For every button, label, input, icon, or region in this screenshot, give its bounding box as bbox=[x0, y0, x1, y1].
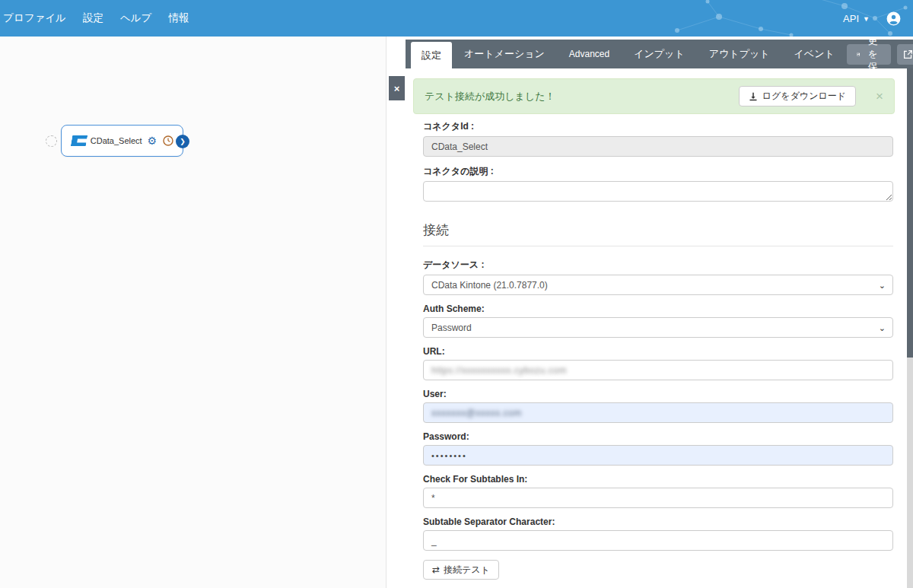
settings-tab-content: テスト接続が成功しました！ ログをダウンロード × コネクタId : CData… bbox=[406, 68, 907, 588]
tabbar-actions: 変更を保存 bbox=[847, 40, 913, 68]
app-window: プロファイル 設定 ヘルプ 情報 API ▼ bbox=[0, 0, 913, 588]
tab-events[interactable]: イベント bbox=[782, 40, 847, 68]
top-nav-bar: プロファイル 設定 ヘルプ 情報 API ▼ bbox=[0, 0, 913, 37]
subtable-separator-value: _ bbox=[431, 536, 437, 546]
password-input[interactable]: •••••••• bbox=[423, 445, 893, 466]
nav-item-help[interactable]: ヘルプ bbox=[112, 0, 160, 37]
field-user: User: xxxxxxx@xxxxx.com bbox=[423, 389, 893, 423]
node-input-anchor[interactable] bbox=[46, 135, 57, 147]
check-subtables-value: * bbox=[431, 493, 435, 504]
workflow-canvas[interactable]: CData_Select ⚙ ❯ bbox=[0, 37, 387, 588]
nav-item-settings[interactable]: 設定 bbox=[75, 0, 112, 37]
header-right: API ▼ bbox=[843, 0, 901, 37]
clock-icon[interactable] bbox=[163, 135, 173, 146]
download-log-label: ログをダウンロード bbox=[762, 90, 846, 103]
connector-description-input[interactable] bbox=[423, 181, 893, 202]
nav-item-info[interactable]: 情報 bbox=[160, 0, 197, 37]
panel-scrollbar[interactable] bbox=[907, 68, 913, 588]
field-check-subtables: Check For Subtables In: * bbox=[423, 474, 893, 508]
api-dropdown-label: API bbox=[843, 13, 859, 24]
connector-id-value: CData_Select bbox=[431, 141, 488, 152]
download-icon bbox=[749, 92, 758, 101]
data-source-value: CData Kintone (21.0.7877.0) bbox=[431, 280, 548, 291]
alert-close-icon[interactable]: × bbox=[876, 90, 883, 103]
connector-id-input: CData_Select bbox=[423, 136, 893, 157]
check-subtables-label: Check For Subtables In: bbox=[423, 474, 893, 485]
tab-output[interactable]: アウトプット bbox=[697, 40, 782, 68]
user-label: User: bbox=[423, 389, 893, 399]
alert-message: テスト接続が成功しました！ bbox=[425, 90, 555, 103]
connector-id-label: コネクタId : bbox=[423, 120, 893, 133]
node-output-button[interactable]: ❯ bbox=[176, 135, 189, 148]
node-label: CData_Select bbox=[87, 136, 147, 145]
close-panel-button[interactable]: × bbox=[389, 76, 405, 100]
password-masked-value: •••••••• bbox=[431, 451, 467, 460]
tab-input[interactable]: インプット bbox=[622, 40, 697, 68]
user-masked-value: xxxxxxx@xxxxx.com bbox=[431, 408, 522, 418]
subtable-separator-label: Subtable Separator Character: bbox=[423, 516, 893, 527]
gear-icon[interactable]: ⚙ bbox=[147, 135, 157, 146]
panel-tab-bar: 設定 オートメーション Advanced インプット アウトプット イベント 変… bbox=[406, 40, 913, 68]
scrollbar-thumb[interactable] bbox=[907, 68, 913, 358]
save-changes-button[interactable]: 変更を保存 bbox=[847, 44, 891, 65]
url-label: URL: bbox=[423, 346, 893, 357]
field-auth-scheme: Auth Scheme: Password ⌄ bbox=[423, 304, 893, 338]
field-connector-description: コネクタの説明 : bbox=[423, 165, 893, 202]
open-in-new-window-button[interactable] bbox=[897, 44, 913, 65]
url-masked-value: https://xxxxxxxxxx.cybozu.com bbox=[431, 365, 567, 376]
connector-node[interactable]: CData_Select ⚙ ❯ bbox=[61, 125, 183, 157]
field-subtable-separator: Subtable Separator Character: _ bbox=[423, 516, 893, 551]
success-alert: テスト接続が成功しました！ ログをダウンロード × bbox=[413, 78, 895, 114]
api-dropdown[interactable]: API ▼ bbox=[843, 13, 870, 24]
swap-arrows-icon: ⇄ bbox=[432, 564, 440, 575]
chevron-down-icon: ⌄ bbox=[879, 281, 886, 291]
field-url: URL: https://xxxxxxxxxx.cybozu.com bbox=[423, 346, 893, 380]
cdata-logo-icon bbox=[71, 135, 87, 146]
check-subtables-input[interactable]: * bbox=[423, 488, 893, 508]
auth-scheme-label: Auth Scheme: bbox=[423, 304, 893, 314]
external-link-icon bbox=[903, 49, 913, 59]
tab-automation[interactable]: オートメーション bbox=[452, 40, 557, 68]
subtable-separator-input[interactable]: _ bbox=[423, 530, 893, 551]
test-connection-button[interactable]: ⇄ 接続テスト bbox=[423, 560, 499, 580]
save-icon bbox=[857, 49, 860, 59]
chevron-down-icon: ⌄ bbox=[879, 323, 886, 333]
field-password: Password: •••••••• bbox=[423, 431, 893, 466]
data-source-label: データソース : bbox=[423, 259, 893, 272]
top-nav: プロファイル 設定 ヘルプ 情報 bbox=[0, 0, 197, 37]
field-connector-id: コネクタId : CData_Select bbox=[423, 120, 893, 157]
connector-settings-panel: 設定 オートメーション Advanced インプット アウトプット イベント 変… bbox=[406, 40, 913, 588]
auth-scheme-value: Password bbox=[431, 323, 472, 333]
nav-item-profile[interactable]: プロファイル bbox=[0, 0, 75, 37]
connector-form: コネクタId : CData_Select コネクタの説明 : 接続 データソー… bbox=[423, 120, 893, 580]
field-data-source: データソース : CData Kintone (21.0.7877.0) ⌄ bbox=[423, 259, 893, 295]
data-source-select[interactable]: CData Kintone (21.0.7877.0) ⌄ bbox=[423, 275, 893, 295]
auth-scheme-select[interactable]: Password ⌄ bbox=[423, 317, 893, 338]
password-label: Password: bbox=[423, 431, 893, 442]
url-input[interactable]: https://xxxxxxxxxx.cybozu.com bbox=[423, 360, 893, 380]
chevron-down-icon: ▼ bbox=[863, 15, 870, 23]
download-log-button[interactable]: ログをダウンロード bbox=[739, 86, 856, 106]
tab-advanced[interactable]: Advanced bbox=[557, 40, 622, 68]
connection-section-heading: 接続 bbox=[423, 221, 893, 246]
user-input[interactable]: xxxxxxx@xxxxx.com bbox=[423, 402, 893, 423]
user-avatar-icon[interactable] bbox=[886, 11, 901, 26]
connector-description-label: コネクタの説明 : bbox=[423, 165, 893, 178]
test-connection-label: 接続テスト bbox=[444, 564, 490, 577]
tab-settings[interactable]: 設定 bbox=[411, 42, 452, 68]
